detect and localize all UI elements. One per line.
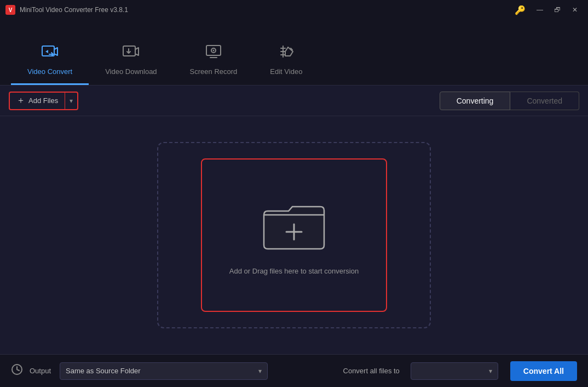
edit-video-icon <box>278 44 295 63</box>
converting-tab[interactable]: Converting <box>440 92 511 110</box>
output-label: Output <box>30 367 51 375</box>
convert-all-button[interactable]: Convert All <box>510 361 577 381</box>
drop-zone-text: Add or Drag files here to start conversi… <box>229 267 359 275</box>
convert-all-files-label: Convert all files to <box>343 367 400 375</box>
screen-record-icon <box>205 44 222 63</box>
restore-button[interactable]: 🗗 <box>550 4 565 16</box>
convert-format-dropdown-icon <box>489 367 492 375</box>
convert-format-select[interactable] <box>411 362 498 380</box>
nav-edit-video-label: Edit Video <box>270 67 302 76</box>
toolbar: ＋ Add Files Converting Converted <box>0 86 588 116</box>
video-download-icon <box>122 44 140 63</box>
nav-video-download[interactable]: Video Download <box>89 37 173 85</box>
add-files-plus-icon: ＋ <box>16 95 25 106</box>
title-bar: V MiniTool Video Converter Free v3.8.1 🔑… <box>0 0 588 20</box>
add-files-button[interactable]: ＋ Add Files <box>9 92 78 110</box>
nav-video-convert-label: Video Convert <box>27 67 72 76</box>
drop-zone-inner[interactable]: Add or Drag files here to start conversi… <box>201 158 387 312</box>
output-folder-select[interactable]: Same as Source Folder <box>60 362 268 380</box>
nav-screen-record[interactable]: Screen Record <box>174 37 254 85</box>
folder-icon <box>258 196 330 256</box>
tab-area: Converting Converted <box>440 92 579 110</box>
dropdown-arrow-icon <box>70 97 73 105</box>
svg-point-4 <box>212 50 214 52</box>
title-bar-right: 🔑 — 🗗 ✕ <box>515 4 583 16</box>
output-dropdown-icon <box>258 367 262 375</box>
footer: Output Same as Source Folder Convert all… <box>0 354 588 387</box>
app-title: MiniTool Video Converter Free v3.8.1 <box>20 6 128 14</box>
clock-icon <box>11 363 23 378</box>
output-folder-value: Same as Source Folder <box>66 367 141 375</box>
minimize-button[interactable]: — <box>532 4 547 16</box>
nav-video-convert[interactable]: Video Convert <box>11 37 89 85</box>
nav-edit-video[interactable]: Edit Video <box>253 37 319 85</box>
add-files-dropdown-arrow[interactable] <box>65 93 77 109</box>
title-bar-left: V MiniTool Video Converter Free v3.8.1 <box>5 5 128 15</box>
video-convert-icon <box>41 44 59 63</box>
nav-video-download-label: Video Download <box>105 67 157 76</box>
nav-screen-record-label: Screen Record <box>190 67 238 76</box>
drop-zone-outer: Add or Drag files here to start conversi… <box>157 142 431 328</box>
close-button[interactable]: ✕ <box>567 4 583 16</box>
add-files-main[interactable]: ＋ Add Files <box>10 93 65 109</box>
converted-tab[interactable]: Converted <box>510 92 579 110</box>
nav-bar: Video Convert Video Download Screen Reco… <box>0 20 588 86</box>
key-icon[interactable]: 🔑 <box>515 5 526 15</box>
add-files-label: Add Files <box>28 96 58 105</box>
app-logo: V <box>5 5 15 15</box>
main-content: Add or Drag files here to start conversi… <box>0 116 588 354</box>
